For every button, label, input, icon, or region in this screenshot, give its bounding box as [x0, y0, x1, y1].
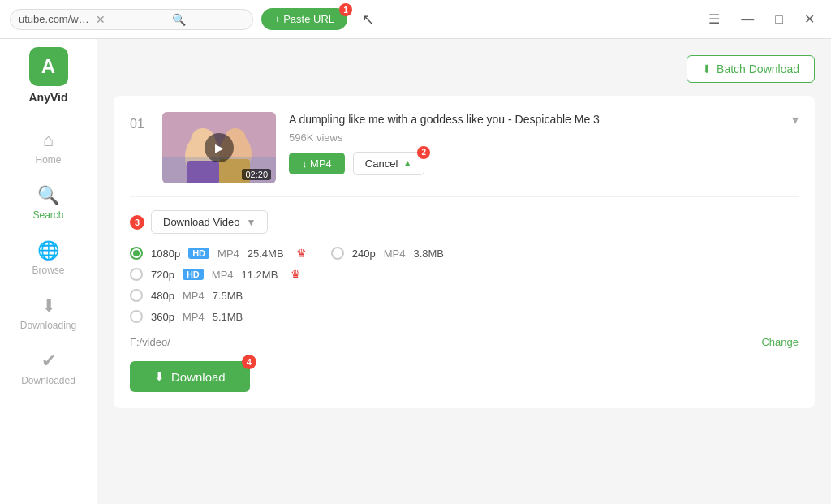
- mp4-download-button[interactable]: ↓ MP4: [289, 153, 345, 174]
- video-number: 01: [130, 112, 149, 131]
- video-info: A dumpling like me with a goddess like y…: [289, 112, 779, 175]
- video-header: 01: [130, 112, 799, 183]
- format-720p: MP4: [212, 269, 234, 281]
- downloaded-icon: ✔: [41, 351, 56, 372]
- paste-badge: 1: [339, 3, 352, 16]
- batch-download-label: Batch Download: [717, 62, 799, 75]
- size-720p: 11.2MB: [242, 269, 282, 281]
- sidebar-item-downloading-label: Downloading: [20, 320, 76, 331]
- mp4-download-label: ↓ MP4: [302, 157, 332, 170]
- sidebar-item-home[interactable]: ⌂ Home: [0, 120, 97, 175]
- download-type-label: Download Video: [163, 216, 239, 228]
- video-card: 01: [114, 96, 815, 408]
- quality-row-360p[interactable]: 360p MP4 5.1MB: [130, 310, 307, 323]
- cancel-badge: 2: [417, 146, 430, 159]
- video-duration: 02:20: [242, 169, 271, 180]
- hd-badge-1080p: HD: [188, 248, 209, 259]
- close-button[interactable]: ✕: [798, 8, 821, 30]
- download-button[interactable]: ⬇ Download 4: [130, 361, 250, 392]
- quality-column-left: 1080p HD MP4 25.4MB ♛ 720p HD MP4: [130, 247, 307, 323]
- quality-column-right: 240p MP4 3.8MB: [331, 247, 454, 323]
- video-views: 596K views: [289, 131, 779, 144]
- download-btn-icon: ⬇: [154, 369, 165, 384]
- sidebar-item-downloaded-label: Downloaded: [21, 375, 75, 386]
- batch-download-button[interactable]: ⬇ Batch Download: [687, 55, 815, 83]
- quality-label-720p: 720p: [151, 269, 174, 281]
- quality-row-480p[interactable]: 480p MP4 7.5MB: [130, 289, 307, 302]
- app-name: AnyVid: [29, 91, 68, 104]
- quality-label-1080p: 1080p: [151, 248, 180, 260]
- quality-label-240p: 240p: [352, 248, 376, 260]
- paste-url-button[interactable]: + Paste URL 1: [261, 8, 347, 30]
- size-360p: 5.1MB: [213, 311, 253, 323]
- sidebar-item-browse-label: Browse: [32, 265, 64, 276]
- step3-indicator: 3: [130, 215, 144, 230]
- minimize-button[interactable]: —: [734, 9, 760, 30]
- format-480p: MP4: [183, 290, 205, 302]
- sidebar-item-search[interactable]: 🔍 Search: [0, 175, 97, 230]
- search-nav-icon: 🔍: [37, 185, 59, 206]
- format-240p: MP4: [384, 248, 406, 260]
- cancel-label: Cancel: [365, 157, 398, 170]
- batch-download-icon: ⬇: [702, 62, 712, 75]
- sidebar-item-browse[interactable]: 🌐 Browse: [0, 230, 97, 286]
- app-logo: A: [29, 47, 68, 86]
- size-480p: 7.5MB: [213, 290, 253, 302]
- download-btn-label: Download: [171, 370, 226, 384]
- folder-row: F:/video/ Change: [130, 336, 799, 348]
- hd-badge-720p: HD: [183, 269, 204, 280]
- download-options: 3 Download Video ▼ 1080p: [130, 196, 799, 392]
- main-content: ⬇ Batch Download 01: [97, 39, 831, 504]
- radio-240p[interactable]: [331, 247, 344, 260]
- url-clear-icon[interactable]: ✕: [96, 13, 168, 26]
- quality-row-240p[interactable]: 240p MP4 3.8MB: [331, 247, 454, 260]
- cancel-button[interactable]: Cancel ▲ 2: [353, 152, 424, 175]
- home-icon: ⌂: [43, 130, 54, 151]
- download-badge: 4: [242, 355, 256, 369]
- video-thumbnail: ▶ 02:20: [162, 112, 276, 183]
- browse-icon: 🌐: [37, 240, 59, 261]
- folder-path: F:/video/: [130, 336, 170, 348]
- size-1080p: 25.4MB: [248, 248, 288, 260]
- app-layout: A AnyVid ⌂ Home 🔍 Search 🌐 Browse ⬇ Down…: [0, 39, 831, 504]
- format-360p: MP4: [183, 311, 205, 323]
- radio-1080p[interactable]: [130, 247, 143, 260]
- card-dropdown-icon[interactable]: ▾: [792, 112, 799, 127]
- downloading-icon: ⬇: [41, 295, 56, 317]
- sidebar-item-home-label: Home: [35, 154, 61, 166]
- video-title: A dumpling like me with a goddess like y…: [289, 112, 779, 128]
- sidebar-item-downloading[interactable]: ⬇ Downloading: [0, 286, 97, 341]
- titlebar: utube.com/watch?v=JecboMiyIU4 ✕ 🔍 + Past…: [0, 0, 831, 39]
- size-240p: 3.8MB: [413, 248, 454, 260]
- step3-badge: 3: [130, 215, 144, 230]
- url-bar[interactable]: utube.com/watch?v=JecboMiyIU4 ✕ 🔍: [10, 9, 253, 30]
- radio-360p[interactable]: [130, 310, 143, 323]
- sidebar: A AnyVid ⌂ Home 🔍 Search 🌐 Browse ⬇ Down…: [0, 39, 97, 504]
- chevron-up-icon: ▲: [403, 157, 412, 169]
- sidebar-item-downloaded[interactable]: ✔ Downloaded: [0, 341, 97, 396]
- video-actions: ↓ MP4 Cancel ▲ 2: [289, 152, 779, 175]
- quality-grid: 1080p HD MP4 25.4MB ♛ 720p HD MP4: [130, 247, 799, 323]
- download-type-dropdown[interactable]: Download Video ▼: [151, 210, 268, 234]
- format-1080p: MP4: [217, 248, 239, 260]
- quality-row-1080p[interactable]: 1080p HD MP4 25.4MB ♛: [130, 247, 307, 260]
- crown-icon-720p: ♛: [291, 268, 301, 281]
- menu-button[interactable]: ☰: [702, 8, 726, 30]
- logo-area: A AnyVid: [29, 47, 68, 104]
- quality-label-360p: 360p: [151, 311, 174, 323]
- search-icon: 🔍: [172, 13, 244, 26]
- maximize-button[interactable]: □: [769, 9, 790, 30]
- crown-icon-1080p: ♛: [296, 247, 307, 260]
- cursor-icon: ↖: [362, 11, 374, 28]
- url-text: utube.com/watch?v=JecboMiyIU4: [19, 13, 91, 25]
- play-button[interactable]: ▶: [205, 133, 234, 162]
- dropdown-chevron-icon: ▼: [246, 217, 256, 228]
- sidebar-item-search-label: Search: [32, 209, 63, 221]
- quality-row-720p[interactable]: 720p HD MP4 11.2MB ♛: [130, 268, 307, 281]
- dropdown-row: 3 Download Video ▼: [130, 210, 799, 234]
- radio-480p[interactable]: [130, 289, 143, 302]
- change-folder-link[interactable]: Change: [761, 336, 799, 348]
- radio-720p[interactable]: [130, 268, 143, 281]
- quality-label-480p: 480p: [151, 290, 174, 302]
